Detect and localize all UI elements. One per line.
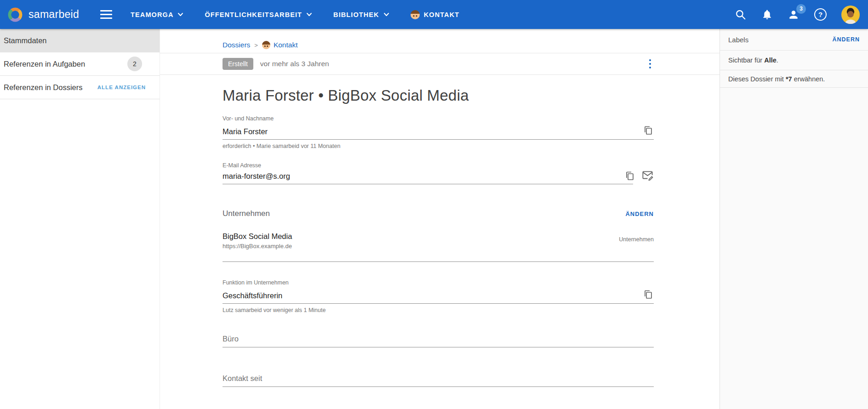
- main-content: Dossiers > Kontakt Erstellt vor mehr als…: [160, 29, 720, 409]
- company-url: https://BigBox.example.de: [223, 243, 654, 250]
- sidebar-item-referenzen-dossiers[interactable]: Referenzen in Dossiers ALLE ANZEIGEN: [0, 76, 160, 99]
- breadcrumb-kontakt-link[interactable]: Kontakt: [262, 41, 298, 49]
- field-email-label: E-Mail Adresse: [223, 162, 654, 169]
- labels-aendern-button[interactable]: ÄNDERN: [833, 36, 860, 43]
- field-kontakt-seit-label: Kontakt seit: [223, 374, 654, 387]
- breadcrumb-kontakt-label: Kontakt: [274, 41, 298, 49]
- breadcrumb-dossiers-link[interactable]: Dossiers: [223, 41, 250, 49]
- samarbeid-logo-icon: [6, 6, 24, 23]
- field-kontakt-seit[interactable]: Kontakt seit: [223, 374, 654, 387]
- field-name-value[interactable]: Maria Forster: [223, 127, 643, 136]
- status-badge: Erstellt: [223, 58, 253, 70]
- sidebar-item-referenzen-aufgaben[interactable]: Referenzen in Aufgaben 2: [0, 52, 160, 76]
- brand-name: samarbeid: [29, 8, 79, 21]
- nav-oeffentlichkeitsarbeit-label: ÖFFENTLICHKEITSARBEIT: [205, 11, 302, 18]
- mention-text: Dieses Dossier mit: [728, 75, 786, 83]
- notification-count-badge: 3: [796, 4, 806, 14]
- main-nav: TEAMORGA ÖFFENTLICHKEITSARBEIT BIBLIOTHE…: [131, 10, 459, 19]
- topbar: samarbeid TEAMORGA ÖFFENTLICHKEITSARBEIT…: [0, 0, 868, 29]
- nav-kontakt[interactable]: KONTAKT: [411, 10, 460, 19]
- menu-icon[interactable]: [100, 10, 112, 19]
- unternehmen-section-title: Unternehmen: [223, 209, 270, 218]
- sidebar-item-stammdaten[interactable]: Stammdaten: [0, 29, 160, 52]
- labels-title: Labels: [728, 36, 833, 44]
- company-name: BigBox Social Media: [223, 232, 654, 241]
- right-sidebar: Labels ÄNDERN Sichtbar für Alle. Dieses …: [720, 29, 868, 409]
- copy-icon[interactable]: [643, 289, 654, 300]
- visibility-row: Sichtbar für Alle.: [720, 51, 868, 70]
- sidebar-item-label: Stammdaten: [4, 36, 146, 45]
- sidebar-item-label: Referenzen in Aufgaben: [4, 60, 127, 68]
- nav-kontakt-label: KONTAKT: [424, 11, 460, 18]
- field-buero-label: Büro: [223, 335, 654, 347]
- person-face-emoji-icon: [262, 41, 270, 49]
- left-sidebar: Stammdaten Referenzen in Aufgaben 2 Refe…: [0, 29, 160, 409]
- chevron-down-icon: [306, 11, 312, 17]
- field-funktion-value[interactable]: Geschäftsführerin: [223, 291, 643, 300]
- user-avatar[interactable]: [841, 6, 860, 24]
- breadcrumb-separator: >: [254, 42, 258, 49]
- mention-handle: *7: [786, 75, 792, 83]
- breadcrumb: Dossiers > Kontakt: [160, 29, 720, 53]
- company-type-label: Unternehmen: [619, 236, 654, 243]
- compose-email-icon[interactable]: [641, 169, 654, 182]
- dossier-form: Maria Forster • BigBox Social Media Vor-…: [160, 87, 720, 409]
- visibility-text: Sichtbar für: [728, 57, 764, 64]
- field-email-value[interactable]: maria-forster@s.org: [223, 172, 633, 181]
- nav-teamorga[interactable]: TEAMORGA: [131, 11, 183, 18]
- copy-icon[interactable]: [624, 170, 635, 182]
- field-name: Vor- und Nachname Maria Forster erforder…: [223, 115, 654, 149]
- nav-oeffentlichkeitsarbeit[interactable]: ÖFFENTLICHKEITSARBEIT: [205, 11, 312, 18]
- topbar-actions: 3 ?: [735, 6, 860, 24]
- nav-bibliothek-label: BIBLIOTHEK: [333, 11, 379, 18]
- visibility-value: Alle: [764, 57, 777, 64]
- page-body: Stammdaten Referenzen in Aufgaben 2 Refe…: [0, 29, 868, 409]
- alle-anzeigen-link[interactable]: ALLE ANZEIGEN: [97, 85, 146, 90]
- chevron-down-icon: [177, 11, 183, 17]
- page-title: Maria Forster • BigBox Social Media: [223, 87, 654, 104]
- count-badge: 2: [127, 57, 142, 71]
- notifications-bell-icon[interactable]: [761, 9, 773, 20]
- sidebar-item-label: Referenzen in Dossiers: [4, 83, 97, 92]
- field-email: E-Mail Adresse maria-forster@s.org: [223, 162, 654, 184]
- app-root: samarbeid TEAMORGA ÖFFENTLICHKEITSARBEIT…: [0, 0, 868, 409]
- chevron-down-icon: [383, 11, 389, 17]
- contacts-person-icon[interactable]: 3: [788, 9, 799, 21]
- field-name-label: Vor- und Nachname: [223, 115, 654, 122]
- brand[interactable]: samarbeid: [6, 6, 79, 23]
- unternehmen-section-header: Unternehmen ÄNDERN: [223, 209, 654, 218]
- field-buero[interactable]: Büro: [223, 335, 654, 347]
- status-bar: Erstellt vor mehr als 3 Jahren: [160, 53, 720, 75]
- company-entry[interactable]: BigBox Social Media https://BigBox.examp…: [223, 232, 654, 262]
- nav-teamorga-label: TEAMORGA: [131, 11, 173, 18]
- copy-icon[interactable]: [643, 125, 654, 136]
- more-options-icon[interactable]: [646, 57, 654, 71]
- field-funktion-label: Funktion im Unternehmen: [223, 279, 654, 286]
- field-funktion-helper: Lutz samarbeid vor weniger als 1 Minute: [223, 307, 654, 313]
- person-face-emoji-icon: [411, 10, 420, 19]
- field-funktion: Funktion im Unternehmen Geschäftsführeri…: [223, 279, 654, 313]
- help-icon[interactable]: ?: [814, 8, 827, 21]
- status-timestamp: vor mehr als 3 Jahren: [260, 60, 646, 68]
- search-icon[interactable]: [735, 9, 747, 21]
- nav-bibliothek[interactable]: BIBLIOTHEK: [333, 11, 389, 18]
- mention-row: Dieses Dossier mit *7 erwähnen.: [720, 70, 868, 88]
- field-name-helper: erforderlich • Marie samarbeid vor 11 Mo…: [223, 143, 654, 149]
- labels-row: Labels ÄNDERN: [720, 29, 868, 51]
- unternehmen-aendern-button[interactable]: ÄNDERN: [625, 210, 654, 217]
